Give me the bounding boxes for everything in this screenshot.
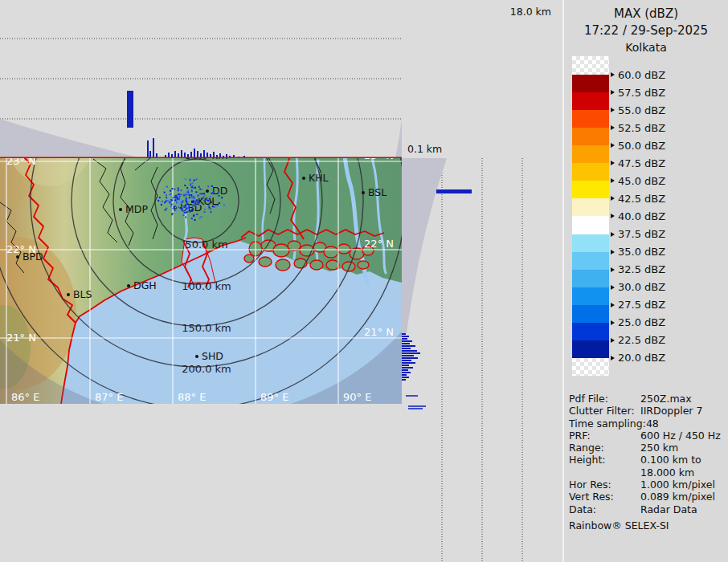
tick-text: 40.0 dBZ bbox=[618, 210, 665, 222]
tick-arrow-icon bbox=[611, 72, 615, 77]
tick-arrow-icon bbox=[611, 285, 615, 290]
above-scale-checker bbox=[572, 56, 609, 75]
svg-text:89° E: 89° E bbox=[260, 391, 288, 403]
metadata-label: Range: bbox=[569, 442, 640, 454]
tick-text: 45.0 dBZ bbox=[618, 175, 665, 187]
tick-text: 55.0 dBZ bbox=[618, 104, 665, 116]
color-strip bbox=[572, 75, 609, 93]
tick-arrow-icon bbox=[611, 125, 615, 130]
height-axis-max-label: 18.0 km bbox=[510, 6, 551, 18]
tick-text: 47.5 dBZ bbox=[618, 157, 665, 169]
scale-tick-label: 52.5 dBZ bbox=[611, 122, 665, 133]
tick-arrow-icon bbox=[611, 320, 615, 325]
color-strip bbox=[572, 128, 609, 146]
top-height-profile-panel bbox=[0, 0, 402, 158]
tick-text: 32.5 dBZ bbox=[618, 263, 665, 275]
tick-text: 22.5 dBZ bbox=[618, 334, 665, 346]
color-strip bbox=[572, 287, 609, 306]
color-strip bbox=[572, 234, 609, 253]
svg-text:SHD: SHD bbox=[202, 350, 223, 362]
svg-text:BSL: BSL bbox=[368, 186, 386, 198]
color-strip bbox=[572, 252, 609, 271]
svg-text:BPD: BPD bbox=[22, 250, 43, 263]
scale-tick-label: 32.5 dBZ bbox=[611, 264, 665, 275]
color-strip bbox=[572, 92, 609, 111]
profile-axis-corner: 18.0 km 0.1 km bbox=[402, 0, 562, 158]
metadata-label: Pdf File: bbox=[569, 393, 640, 405]
tick-text: 35.0 dBZ bbox=[618, 246, 665, 258]
height-axis-min-label: 0.1 km bbox=[407, 143, 442, 155]
below-scale-checker bbox=[572, 358, 609, 376]
tick-arrow-icon bbox=[611, 232, 615, 237]
svg-text:21° N: 21° N bbox=[6, 332, 36, 344]
metadata-row: Clutter Filter:IIRDoppler 7 bbox=[569, 405, 728, 417]
metadata-row: Range:250 km bbox=[569, 442, 728, 454]
metadata-label: Time sampling: bbox=[569, 417, 646, 430]
metadata-value: 250Z.max bbox=[640, 393, 692, 405]
color-scale bbox=[572, 56, 609, 376]
svg-text:UBD: UBD bbox=[180, 202, 202, 214]
scale-tick-label: 45.0 dBZ bbox=[611, 175, 665, 186]
scale-tick-label: 55.0 dBZ bbox=[611, 104, 665, 116]
svg-text:87° E: 87° E bbox=[95, 391, 123, 403]
color-strip bbox=[572, 323, 609, 341]
tick-arrow-icon bbox=[611, 90, 615, 95]
metadata-label: Height: bbox=[569, 454, 640, 479]
metadata-label: Vert Res: bbox=[569, 491, 640, 503]
tick-arrow-icon bbox=[611, 338, 615, 343]
svg-text:100.0 km: 100.0 km bbox=[182, 280, 231, 292]
color-strip bbox=[572, 145, 609, 164]
tick-text: 27.5 dBZ bbox=[618, 299, 665, 311]
tick-arrow-icon bbox=[611, 214, 615, 218]
top-profile-plot bbox=[0, 0, 402, 158]
color-strip bbox=[572, 181, 609, 199]
svg-text:22° N: 22° N bbox=[364, 238, 394, 250]
tick-text: 37.5 dBZ bbox=[618, 228, 665, 240]
scale-tick-label: 27.5 dBZ bbox=[611, 299, 665, 311]
metadata-value: 0.100 km to 18.000 km bbox=[640, 454, 701, 479]
metadata-label: PRF: bbox=[569, 430, 640, 442]
metadata-row: Hor Res:1.000 km/pixel bbox=[569, 479, 728, 491]
metadata-value: 250 km bbox=[640, 442, 678, 454]
tick-arrow-icon bbox=[611, 267, 615, 272]
svg-text:21° N: 21° N bbox=[364, 326, 394, 338]
color-strip bbox=[572, 340, 609, 359]
metadata-value: Radar Data bbox=[640, 503, 697, 515]
scale-tick-label: 30.0 dBZ bbox=[611, 282, 665, 293]
tick-text: 25.0 dBZ bbox=[618, 316, 665, 328]
metadata-value: 600 Hz / 450 Hz bbox=[640, 430, 721, 442]
svg-text:150.0 km: 150.0 km bbox=[182, 322, 231, 334]
tick-arrow-icon bbox=[611, 196, 615, 201]
software-brand: Rainbow® SELEX-SI bbox=[569, 519, 728, 531]
scale-tick-label: 42.5 dBZ bbox=[611, 193, 665, 204]
tick-text: 52.5 dBZ bbox=[618, 122, 665, 134]
scale-tick-label: 25.0 dBZ bbox=[611, 317, 665, 328]
color-strip bbox=[572, 198, 609, 217]
scale-tick-label: 57.5 dBZ bbox=[611, 87, 665, 98]
tick-arrow-icon bbox=[611, 178, 615, 183]
metadata-label: Data: bbox=[569, 503, 640, 515]
tick-text: 50.0 dBZ bbox=[618, 140, 665, 152]
tick-text: 57.5 dBZ bbox=[618, 87, 665, 99]
metadata-value: 0.089 km/pixel bbox=[640, 491, 715, 503]
svg-text:88° E: 88° E bbox=[178, 391, 206, 403]
color-strip bbox=[572, 216, 609, 234]
scale-tick-label: 20.0 dBZ bbox=[611, 352, 665, 364]
scale-tick-label: 37.5 dBZ bbox=[611, 229, 665, 240]
svg-text:MDP: MDP bbox=[125, 203, 148, 215]
metadata-value: 48 bbox=[646, 417, 659, 430]
color-strip bbox=[572, 163, 609, 181]
tick-arrow-icon bbox=[611, 161, 615, 165]
tick-text: 42.5 dBZ bbox=[618, 193, 665, 205]
scale-tick-label: 60.0 dBZ bbox=[611, 69, 665, 80]
svg-text:200.0 km: 200.0 km bbox=[182, 363, 231, 375]
metadata-row: Data:Radar Data bbox=[569, 503, 728, 515]
tick-text: 20.0 dBZ bbox=[618, 352, 665, 364]
metadata-row: Pdf File:250Z.max bbox=[569, 393, 728, 405]
metadata-value: 1.000 km/pixel bbox=[640, 479, 715, 491]
metadata-label: Hor Res: bbox=[569, 479, 640, 491]
right-height-profile-panel bbox=[402, 158, 562, 562]
legend-panel: MAX (dBZ) 17:22 / 29-Sep-2025 Kolkata 60… bbox=[562, 0, 728, 562]
metadata-row: PRF:600 Hz / 450 Hz bbox=[569, 430, 728, 442]
tick-arrow-icon bbox=[611, 250, 615, 255]
